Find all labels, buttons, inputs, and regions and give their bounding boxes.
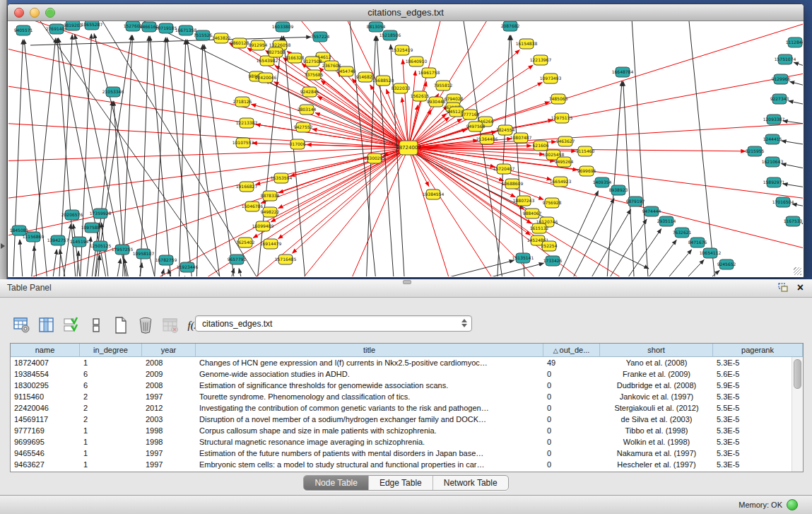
- graph-node[interactable]: 15751074: [775, 54, 796, 64]
- table-cell[interactable]: Genome-wide association studies in ADHD.: [196, 368, 543, 380]
- tab-network-table[interactable]: Network Table: [433, 476, 508, 490]
- graph-edge-black[interactable]: [790, 81, 803, 92]
- table-cell[interactable]: 0: [543, 436, 600, 448]
- graph-node[interactable]: 9819203: [64, 21, 83, 30]
- row-height-button[interactable]: [87, 316, 105, 334]
- table-cell[interactable]: 5.3E-5: [713, 357, 803, 368]
- network-graph[interactable]: 9405571276914069819203106552871527602946…: [8, 21, 803, 276]
- graph-node[interactable]: 9115460: [576, 146, 595, 156]
- graph-node[interactable]: 3375685: [305, 70, 324, 80]
- graph-edge-black[interactable]: [187, 40, 221, 276]
- table-vertical-scrollbar[interactable]: [792, 357, 803, 472]
- table-cell[interactable]: 0: [543, 448, 600, 459]
- table-cell[interactable]: 9463627: [11, 459, 80, 470]
- table-cell[interactable]: 1997: [142, 391, 196, 402]
- graph-node[interactable]: 15892971: [763, 177, 785, 187]
- graph-node[interactable]: 9405571: [14, 25, 33, 35]
- table-cell[interactable]: Changes of HCN gene expression and I(f) …: [196, 357, 543, 368]
- table-cell[interactable]: Jankovic et al. (1997): [600, 391, 713, 402]
- table-cell[interactable]: 0: [543, 414, 600, 425]
- graph-node[interactable]: 9860128: [230, 38, 249, 48]
- table-cell[interactable]: Wolkin et al. (1998): [600, 436, 713, 448]
- table-row[interactable]: 946362711997Embryonic stem cells: a mode…: [11, 459, 803, 470]
- graph-node[interactable]: 10958107: [133, 249, 155, 259]
- graph-node[interactable]: 9657791: [228, 255, 247, 264]
- table-cell[interactable]: 14569117: [11, 414, 80, 425]
- graph-node[interactable]: 12093387: [763, 115, 785, 124]
- table-cell[interactable]: 9699695: [11, 436, 80, 448]
- graph-node[interactable]: 9498222: [261, 207, 280, 217]
- graph-edge-black[interactable]: [794, 62, 803, 74]
- graph-node[interactable]: 1733426: [543, 256, 563, 266]
- graph-node[interactable]: 21053346: [102, 87, 124, 97]
- graph-node[interactable]: 15135141: [512, 253, 534, 263]
- window-titlebar[interactable]: citations_edges.txt: [8, 4, 804, 21]
- graph-edge-black[interactable]: [620, 229, 661, 276]
- graph-node[interactable]: 8215955: [746, 146, 765, 156]
- graph-node[interactable]: 12213967: [530, 55, 552, 65]
- graph-node[interactable]: 9127508: [303, 57, 322, 66]
- graph-node[interactable]: 9474444: [642, 206, 661, 216]
- table-cell[interactable]: Structural magnetic resonance image aver…: [196, 436, 543, 448]
- graph-node[interactable]: 3824554: [496, 125, 515, 135]
- scrollbar-thumb[interactable]: [794, 359, 801, 389]
- graph-node[interactable]: 2087682: [501, 21, 520, 31]
- graph-node[interactable]: 12213387: [236, 118, 258, 128]
- graph-node[interactable]: 16099489: [252, 221, 274, 231]
- table-row[interactable]: 2242004622012Investigating the contribut…: [11, 402, 803, 414]
- column-header-title[interactable]: title: [196, 344, 543, 357]
- table-cell[interactable]: Estimation of the future numbers of pati…: [196, 448, 543, 459]
- column-header-out_de[interactable]: △out_de...: [543, 344, 600, 357]
- graph-edge-red[interactable]: [408, 148, 803, 205]
- graph-edge-red[interactable]: [8, 120, 408, 148]
- graph-edge-black[interactable]: [567, 199, 614, 276]
- graph-node[interactable]: 6879197: [626, 197, 645, 206]
- graph-node[interactable]: 10655287: [81, 21, 103, 30]
- table-cell[interactable]: Stergiakouli et al. (2012): [600, 402, 713, 414]
- graph-node[interactable]: 15688520: [372, 76, 394, 86]
- graph-node[interactable]: 16654923: [550, 177, 572, 187]
- graph-node[interactable]: 10973493: [540, 74, 562, 83]
- table-cell[interactable]: 1: [80, 459, 142, 470]
- graph-node[interactable]: 10107553: [233, 138, 254, 148]
- graph-node[interactable]: 1112844: [786, 37, 803, 47]
- table-cell[interactable]: 6: [80, 380, 142, 391]
- table-cell[interactable]: 0: [543, 425, 600, 436]
- graph-node[interactable]: 9227343: [770, 94, 789, 104]
- table-cell[interactable]: Tibbo et al. (1998): [600, 425, 713, 436]
- graph-node[interactable]: 2803144: [298, 105, 317, 115]
- graph-edge-black[interactable]: [783, 184, 803, 191]
- graph-node[interactable]: 7515526: [194, 30, 213, 40]
- graph-node[interactable]: 15716485: [275, 255, 297, 264]
- graph-node[interactable]: 16154838: [516, 39, 538, 49]
- graph-node[interactable]: 9699695: [577, 166, 596, 176]
- table-cell[interactable]: 5.3E-5: [713, 391, 803, 402]
- column-header-name[interactable]: name: [11, 344, 80, 357]
- table-cell[interactable]: 5.3E-5: [713, 448, 803, 459]
- column-header-in_degree[interactable]: in_degree: [80, 344, 142, 357]
- graph-node[interactable]: 8938923: [609, 185, 628, 195]
- network-canvas[interactable]: 9405571276914069819203106552871527602946…: [8, 21, 803, 276]
- table-cell[interactable]: 2: [80, 402, 142, 414]
- graph-node[interactable]: 1145194: [70, 237, 89, 247]
- graph-edge-black[interactable]: [239, 269, 244, 276]
- graph-node[interactable]: 1409354: [593, 177, 612, 187]
- table-cell[interactable]: Yano et al. (2008): [600, 357, 713, 368]
- graph-node[interactable]: 7955812: [434, 81, 453, 90]
- graph-node[interactable]: 8454749: [337, 66, 356, 76]
- table-row[interactable]: 1872400712008Changes of HCN gene express…: [11, 357, 803, 368]
- graph-node[interactable]: 1244415: [763, 134, 782, 144]
- graph-node[interactable]: 7463822: [212, 33, 231, 43]
- graph-node[interactable]: 11156869: [23, 232, 45, 242]
- graph-edge-black[interactable]: [52, 250, 57, 276]
- graph-node[interactable]: 12975115: [551, 113, 573, 123]
- select-columns-button[interactable]: [62, 316, 81, 334]
- panel-splitter-handle[interactable]: [403, 280, 411, 284]
- table-cell[interactable]: 2012: [142, 402, 196, 414]
- graph-edge-black[interactable]: [154, 37, 165, 276]
- table-cell[interactable]: 9115460: [11, 391, 80, 402]
- table-cell[interactable]: Nakamura et al. (1997): [600, 448, 713, 459]
- graph-node[interactable]: 10654112: [700, 248, 722, 258]
- graph-edge-red[interactable]: [290, 148, 408, 176]
- graph-edge-black[interactable]: [698, 270, 719, 276]
